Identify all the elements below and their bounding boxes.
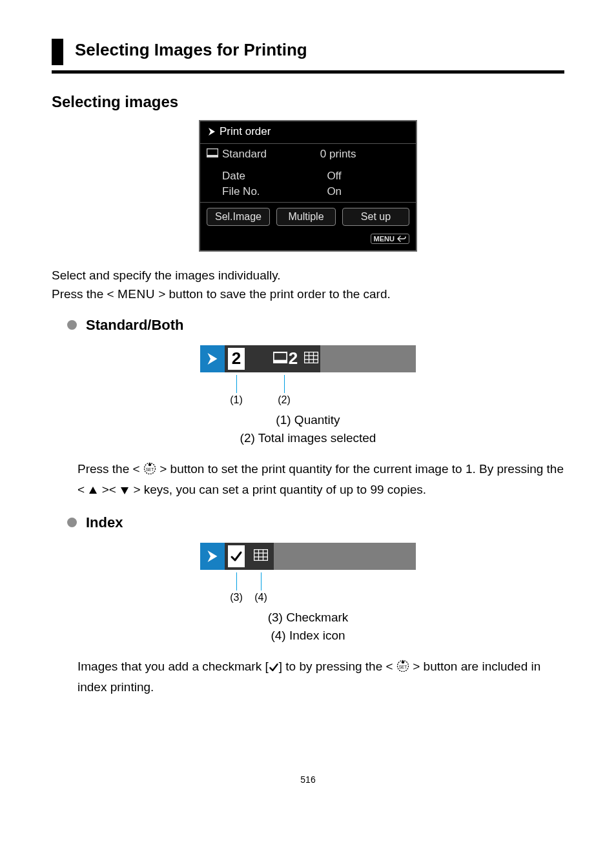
section-title: Selecting images xyxy=(52,93,564,111)
q-set-icon: SET xyxy=(143,461,156,480)
down-arrow-icon xyxy=(119,482,130,501)
print-order-footer: MENU xyxy=(200,231,416,250)
intro-line1: Select and specify the images individual… xyxy=(52,268,281,282)
grid-icon xyxy=(304,352,318,366)
menu-text: MENU xyxy=(374,235,395,243)
standard-label: Standard xyxy=(222,148,267,161)
menu-word: MENU xyxy=(118,287,155,301)
quantity-box: 2 xyxy=(225,345,248,372)
callout-2: (2) xyxy=(278,394,291,406)
setup-button[interactable]: Set up xyxy=(342,208,409,226)
index-callout-numbers: (3) (4) xyxy=(200,592,416,605)
svg-point-10 xyxy=(149,463,151,466)
index-paragraph: Images that you add a checkmark [] to by… xyxy=(77,657,564,697)
print-order-header: Print order xyxy=(200,121,416,143)
print-order-panel: Print order Standard 0 prints Date Off xyxy=(199,120,417,252)
index-title: Index xyxy=(86,514,123,531)
spacer xyxy=(248,345,271,372)
page-heading: Selecting Images for Printing xyxy=(75,39,307,65)
print-order-buttons: Sel.Image Multiple Set up xyxy=(200,203,416,231)
standard-callout-lines xyxy=(200,375,416,393)
index-figure xyxy=(52,543,564,570)
svg-text:SET: SET xyxy=(399,665,407,669)
index-legend: (3) Checkmark (4) Index icon xyxy=(52,609,564,645)
callout-4: (4) xyxy=(254,592,267,603)
index-icon-seg xyxy=(248,543,274,570)
svg-rect-1 xyxy=(207,155,218,157)
p2-mid2: >< xyxy=(98,483,119,496)
standard-row: Standard 0 prints xyxy=(200,144,416,165)
print-arrow-icon xyxy=(200,543,225,570)
total-group: 2 xyxy=(271,345,320,372)
legend-line4: (4) Index icon xyxy=(271,629,345,642)
checkmark-icon xyxy=(230,550,243,563)
date-row: Date Off xyxy=(200,168,416,184)
svg-point-18 xyxy=(402,661,404,663)
p3-pre: Images that you add a checkmark [ xyxy=(77,660,269,673)
landscape-icon xyxy=(273,352,287,366)
figure-gray-fill xyxy=(274,543,416,570)
prints-value: 0 prints xyxy=(320,148,409,161)
total-value: 2 xyxy=(289,348,298,368)
intro-line2-pre: Press the < xyxy=(52,287,118,301)
svg-rect-12 xyxy=(254,549,268,560)
print-order-screenshot: Print order Standard 0 prints Date Off xyxy=(52,120,564,252)
print-arrow-icon xyxy=(200,345,225,372)
sel-image-button[interactable]: Sel.Image xyxy=(207,208,270,226)
legend-line1: (1) Quantity xyxy=(276,413,340,427)
date-value: Off xyxy=(327,170,409,183)
q-set-icon: SET xyxy=(396,659,409,678)
print-order-title: Print order xyxy=(220,125,271,138)
bullet-icon xyxy=(67,320,77,330)
fileno-label: File No. xyxy=(222,185,260,198)
intro-paragraph: Select and specify the images individual… xyxy=(52,266,564,304)
index-heading: Index xyxy=(67,514,564,531)
quantity-value: 2 xyxy=(228,348,245,370)
legend-line2: (2) Total images selected xyxy=(240,431,376,445)
svg-text:SET: SET xyxy=(146,467,154,472)
multiple-button[interactable]: Multiple xyxy=(276,208,336,226)
checkmark-box xyxy=(225,543,248,570)
standard-paragraph: Press the < SET > button to set the prin… xyxy=(77,459,564,501)
page-heading-block: Selecting Images for Printing xyxy=(52,39,564,65)
grid-icon xyxy=(254,549,268,563)
p2-pre: Press the < xyxy=(77,462,143,476)
standard-icon xyxy=(207,148,218,161)
index-callout-lines xyxy=(200,572,416,590)
heading-rule xyxy=(52,70,564,74)
standard-both-heading: Standard/Both xyxy=(67,317,564,334)
callout-3: (3) xyxy=(230,592,243,603)
p3-mid: ] to by pressing the < xyxy=(279,660,396,673)
bullet-icon xyxy=(67,518,77,527)
p2-post: > keys, you can set a print quantity of … xyxy=(130,483,426,496)
legend-line3: (3) Checkmark xyxy=(268,611,349,624)
standard-figure: 2 2 xyxy=(52,345,564,372)
figure-gray-fill xyxy=(320,345,416,372)
print-arrow-icon xyxy=(207,126,217,137)
standard-both-title: Standard/Both xyxy=(86,317,184,334)
date-label: Date xyxy=(222,170,245,183)
intro-line2-post: > button to save the print order to the … xyxy=(155,287,391,301)
up-arrow-icon xyxy=(88,482,98,501)
callout-1: (1) xyxy=(230,394,243,406)
fileno-value: On xyxy=(327,185,409,198)
svg-rect-4 xyxy=(305,352,318,363)
menu-back-badge[interactable]: MENU xyxy=(371,234,409,244)
heading-bullet xyxy=(52,39,63,65)
svg-rect-3 xyxy=(273,360,287,363)
standard-callout-numbers: (1) (2) xyxy=(200,394,416,407)
page-number: 516 xyxy=(52,774,564,785)
checkmark-icon xyxy=(269,659,279,678)
fileno-row: File No. On xyxy=(200,184,416,202)
standard-legend: (1) Quantity (2) Total images selected xyxy=(52,411,564,448)
